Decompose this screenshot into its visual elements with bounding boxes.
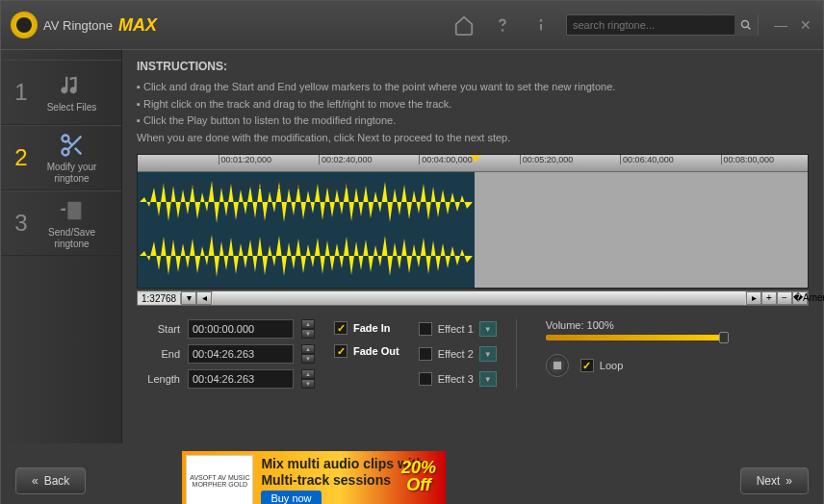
volume-thumb[interactable] <box>719 332 729 343</box>
effect2-dropdown[interactable]: ▼ <box>479 346 497 362</box>
track-title: Jennifer Lopez - On The Floor ft. Pitbul… <box>142 180 356 190</box>
instruction-line: ▪ Right click on the track and drag to t… <box>137 96 809 113</box>
instruction-line: ▪ Click the Play button to listen to the… <box>137 113 809 130</box>
step-label: Modify your ringtone <box>32 162 112 185</box>
effect3-label: Effect 3 <box>438 373 474 385</box>
next-label: Next <box>757 474 781 488</box>
waveform-editor[interactable]: 00:01:20,000 00:02:40,000 00:04:00,000 0… <box>137 154 809 289</box>
zoom-out-button[interactable]: − <box>777 291 792 305</box>
volume-slider[interactable] <box>546 335 729 340</box>
controls-row: Start ▲▼ End ▲▼ Length ▲▼ <box>137 319 809 389</box>
end-marker[interactable] <box>471 155 480 163</box>
waveform-channel-right <box>140 232 473 280</box>
back-button[interactable]: « Back <box>15 467 86 494</box>
timeline-tick: 00:05:20,000 <box>520 155 574 164</box>
svg-point-0 <box>502 30 503 31</box>
svg-point-4 <box>62 148 68 155</box>
scissors-icon <box>59 132 86 159</box>
discount-off: Off <box>401 476 436 493</box>
music-note-icon <box>59 72 86 99</box>
zoom-scrollbar: 1:32768 ▾ ◂ ▸ + − �America <box>137 290 809 306</box>
step-select-files[interactable]: 1 Select Files <box>1 60 121 125</box>
chevron-right-icon: » <box>785 474 792 488</box>
svg-point-1 <box>541 20 542 21</box>
app-logo: AV Ringtone MAX <box>11 12 157 38</box>
fade-out-checkbox[interactable] <box>334 344 348 358</box>
fade-in-label: Fade In <box>353 322 391 334</box>
instruction-line: When you are done with the modification,… <box>137 130 809 147</box>
fade-column: Fade In Fade Out <box>334 319 399 389</box>
start-spin-up[interactable]: ▲ <box>301 319 315 329</box>
waveform-canvas[interactable]: Jennifer Lopez - On The Floor ft. Pitbul… <box>138 172 808 288</box>
loop-label: Loop <box>600 360 623 371</box>
banner-line2: Multi-track sessions <box>261 472 425 489</box>
window-controls: — ✕ <box>773 17 813 33</box>
step-number: 2 <box>11 144 32 171</box>
effects-column: Effect 1 ▼ Effect 2 ▼ Effect 3 ▼ <box>419 319 497 389</box>
start-input[interactable] <box>188 319 294 339</box>
zoom-in-button[interactable]: + <box>761 291 777 305</box>
zoom-fit-button[interactable]: �America <box>792 291 808 305</box>
instructions-title: INSTRUCTIONS: <box>137 60 809 73</box>
step-modify-ringtone[interactable]: 2 Modify your ringtone <box>1 125 121 190</box>
length-spin-up[interactable]: ▲ <box>301 369 315 379</box>
volume-label: Volume: 100% <box>546 319 809 331</box>
back-label: Back <box>44 474 70 488</box>
step-sidebar: 1 Select Files 2 Modify your ringtone 3 … <box>1 49 122 443</box>
scrollbar-track[interactable] <box>213 291 745 305</box>
start-spin-down[interactable]: ▼ <box>301 329 315 339</box>
waveform-selection[interactable]: Jennifer Lopez - On The Floor ft. Pitbul… <box>138 172 475 288</box>
step-send-save[interactable]: 3 Send/Save ringtone <box>1 190 121 256</box>
length-input[interactable] <box>188 369 294 389</box>
step-label: Send/Save ringtone <box>32 227 112 250</box>
logo-icon <box>11 12 38 38</box>
app-name-a: AV Ringtone <box>43 18 113 33</box>
footer: « Back AVSOFT AV MUSIC MORPHER GOLD Mix … <box>1 443 823 504</box>
discount-pct: 20% <box>401 459 436 476</box>
effect3-dropdown[interactable]: ▼ <box>479 371 497 387</box>
home-icon[interactable] <box>453 14 475 36</box>
scroll-right-button[interactable]: ▸ <box>746 291 761 305</box>
svg-rect-6 <box>61 208 65 210</box>
length-spin-down[interactable]: ▼ <box>301 379 315 389</box>
timeline-tick: 00:02:40,000 <box>319 155 373 164</box>
end-spin-up[interactable]: ▲ <box>301 344 315 354</box>
length-label: Length <box>137 373 180 385</box>
timeline-tick: 00:06:40,000 <box>620 155 674 164</box>
start-label: Start <box>137 323 180 335</box>
step-label: Select Files <box>47 102 97 113</box>
effect1-dropdown[interactable]: ▼ <box>479 321 497 337</box>
fade-in-checkbox[interactable] <box>334 321 348 335</box>
effect3-checkbox[interactable] <box>419 372 432 386</box>
fade-out-label: Fade Out <box>353 345 399 357</box>
effect1-label: Effect 1 <box>438 323 474 335</box>
close-button[interactable]: ✕ <box>798 17 813 33</box>
stop-button[interactable] <box>546 354 569 377</box>
time-fields: Start ▲▼ End ▲▼ Length ▲▼ <box>137 319 315 389</box>
info-icon[interactable] <box>530 14 552 36</box>
end-input[interactable] <box>188 344 294 364</box>
help-icon[interactable] <box>492 14 513 36</box>
end-label: End <box>137 348 180 360</box>
buy-now-button[interactable]: Buy now <box>261 491 321 504</box>
loop-checkbox[interactable] <box>580 359 594 372</box>
zoom-dropdown-button[interactable]: ▾ <box>181 291 196 305</box>
app-window: AV Ringtone MAX — ✕ 1 Select Files <box>0 0 824 504</box>
search-button[interactable] <box>734 14 758 36</box>
search-input[interactable] <box>567 19 734 31</box>
svg-point-3 <box>62 135 68 141</box>
svg-rect-5 <box>67 201 81 219</box>
step-number: 1 <box>11 79 32 106</box>
titlebar: AV Ringtone MAX — ✕ <box>1 1 823 49</box>
scroll-left-button[interactable]: ◂ <box>196 291 212 305</box>
next-button[interactable]: Next » <box>740 467 809 494</box>
search-icon <box>740 19 752 31</box>
timeline-tick: 00:08:00,000 <box>721 155 775 164</box>
effect2-checkbox[interactable] <box>419 347 432 361</box>
app-name-b: MAX <box>118 15 157 36</box>
end-spin-down[interactable]: ▼ <box>301 354 315 364</box>
timeline-tick: 00:04:00,000 <box>419 155 473 164</box>
minimize-button[interactable]: — <box>773 17 788 33</box>
effect1-checkbox[interactable] <box>419 322 432 336</box>
ad-banner[interactable]: AVSOFT AV MUSIC MORPHER GOLD Mix multi a… <box>182 451 446 504</box>
